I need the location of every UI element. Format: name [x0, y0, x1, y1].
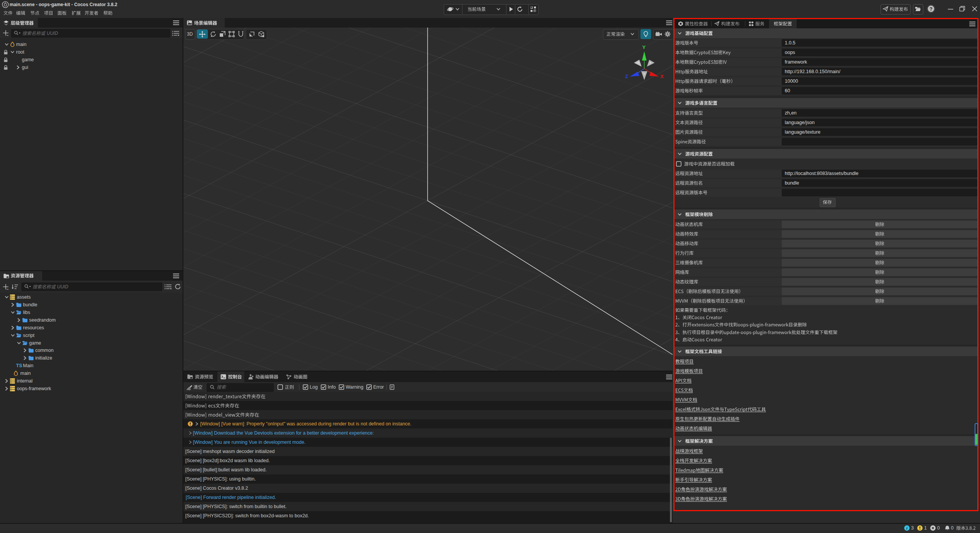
svg-text:Y: Y: [642, 44, 646, 50]
svg-text:X: X: [660, 74, 664, 79]
svg-text:?: ?: [929, 6, 933, 12]
svg-text:Z: Z: [625, 74, 628, 79]
